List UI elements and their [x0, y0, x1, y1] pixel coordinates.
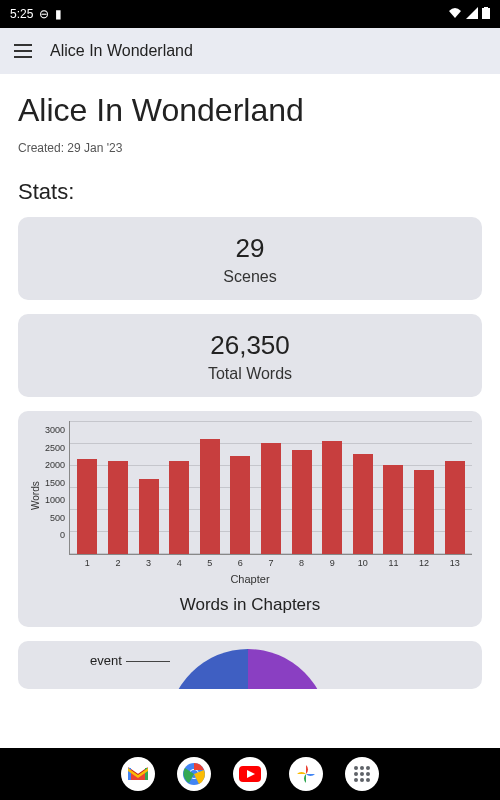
bar-chapter-2 [108, 461, 128, 554]
apps-icon[interactable] [345, 757, 379, 791]
status-time: 5:25 [10, 7, 33, 21]
pie-card[interactable]: event [18, 641, 482, 689]
svg-point-10 [366, 766, 370, 770]
bar-chapter-7 [261, 443, 281, 554]
svg-point-8 [354, 766, 358, 770]
pie-leader-line [126, 661, 170, 662]
photos-icon[interactable] [289, 757, 323, 791]
svg-point-14 [354, 778, 358, 782]
app-bar: Alice In Wonderland [0, 28, 500, 74]
pie-chart [168, 649, 328, 689]
total-words-card[interactable]: 26,350 Total Words [18, 314, 482, 397]
clock-icon: ⊖ [39, 7, 49, 21]
bar-chapter-4 [169, 461, 189, 554]
bar-chapter-9 [322, 441, 342, 554]
android-status-bar: 5:25 ⊖ ▮ [0, 0, 500, 28]
svg-rect-0 [482, 8, 490, 19]
bar-chapter-12 [414, 470, 434, 554]
bar-chapter-13 [445, 461, 465, 554]
svg-point-16 [366, 778, 370, 782]
chart-y-ticks: 3000 2500 2000 1500 1000 500 0 [43, 421, 69, 556]
pie-slice-label: event [90, 653, 122, 668]
words-in-chapters-card[interactable]: Words 3000 2500 2000 1500 1000 500 0 123… [18, 411, 482, 627]
svg-rect-1 [484, 7, 488, 9]
signal-icon [466, 7, 478, 22]
svg-point-9 [360, 766, 364, 770]
bar-chapter-5 [200, 439, 220, 554]
wifi-icon [448, 7, 462, 22]
page-content: Alice In Wonderland Created: 29 Jan '23 … [0, 74, 500, 748]
total-words-label: Total Words [34, 365, 466, 383]
gmail-icon[interactable] [121, 757, 155, 791]
svg-point-11 [354, 772, 358, 776]
total-words-value: 26,350 [34, 330, 466, 361]
scenes-value: 29 [34, 233, 466, 264]
scenes-card[interactable]: 29 Scenes [18, 217, 482, 300]
app-bar-title: Alice In Wonderland [50, 42, 193, 60]
svg-point-15 [360, 778, 364, 782]
scenes-label: Scenes [34, 268, 466, 286]
stats-heading: Stats: [18, 179, 482, 205]
menu-icon[interactable] [14, 44, 32, 58]
youtube-icon[interactable] [233, 757, 267, 791]
bar-chapter-11 [383, 465, 403, 554]
svg-point-12 [360, 772, 364, 776]
android-nav-bar [0, 748, 500, 800]
chart-x-ticks: 12345678910111213 [70, 556, 472, 568]
bar-chart-plot: 12345678910111213 [69, 421, 472, 555]
bolt-icon: ▮ [55, 7, 62, 21]
bar-chapter-8 [292, 450, 312, 554]
chart-x-label: Chapter [28, 573, 472, 585]
chart-y-label: Words [28, 421, 43, 571]
chart-title: Words in Chapters [28, 595, 472, 615]
bar-chapter-3 [139, 479, 159, 554]
page-title: Alice In Wonderland [18, 92, 482, 129]
bar-chapter-1 [77, 459, 97, 554]
created-date: Created: 29 Jan '23 [18, 141, 482, 155]
chrome-icon[interactable] [177, 757, 211, 791]
battery-icon [482, 7, 490, 22]
svg-point-13 [366, 772, 370, 776]
bar-chapter-6 [230, 456, 250, 554]
bar-chapter-10 [353, 454, 373, 554]
